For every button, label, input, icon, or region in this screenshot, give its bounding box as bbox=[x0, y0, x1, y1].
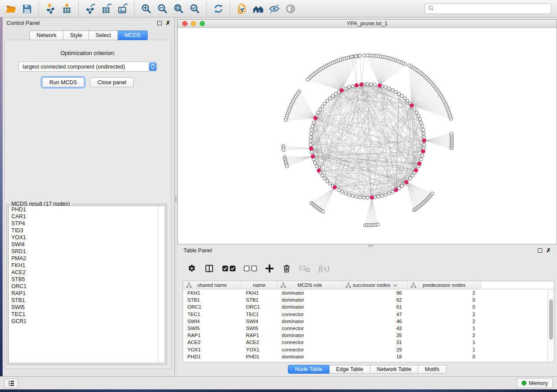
column-header-shared-name[interactable]: shared name bbox=[183, 281, 242, 289]
search-input[interactable] bbox=[436, 6, 548, 12]
table-cell: dominator bbox=[277, 297, 343, 303]
table-panel-title: Table Panel bbox=[183, 248, 212, 254]
run-mcds-button[interactable]: Run MCDS bbox=[42, 77, 84, 87]
mcds-result-list[interactable]: PHD1CAR1STP4TID3YOX1SWI4SRD1PMA2FKH1ACE2… bbox=[8, 206, 165, 363]
table-row[interactable]: ACE2ACE2connector311 bbox=[183, 339, 554, 346]
mcds-result-item[interactable]: SWI5 bbox=[9, 304, 165, 311]
tab-style[interactable]: Style bbox=[63, 31, 89, 40]
zoom-out-icon[interactable] bbox=[154, 2, 170, 16]
table-row[interactable]: SWI4SWI4dominator462 bbox=[183, 318, 554, 325]
home-icon[interactable] bbox=[250, 2, 266, 16]
table-scrollbar[interactable] bbox=[547, 290, 554, 361]
table-cell: connector bbox=[277, 340, 343, 345]
column-header-successor-nodes[interactable]: successor nodes bbox=[343, 281, 408, 289]
table-row[interactable]: TEC1TEC1connector472 bbox=[183, 311, 554, 318]
optimization-criterion-select[interactable]: largest connected component (undirected) bbox=[18, 62, 157, 72]
memory-button[interactable]: Memory bbox=[517, 378, 553, 388]
add-icon[interactable] bbox=[265, 264, 274, 273]
list-icon bbox=[7, 379, 16, 387]
column-header-MCDS-role[interactable]: MCDS role bbox=[277, 281, 343, 289]
export-image-icon[interactable] bbox=[114, 2, 131, 16]
table-cell: ORC1 bbox=[242, 304, 277, 309]
mcds-result-item[interactable]: RAP1 bbox=[9, 290, 165, 297]
close-panel-icon[interactable]: ✗ bbox=[166, 21, 170, 25]
mcds-list-scrollbar[interactable] bbox=[158, 206, 165, 363]
network-canvas[interactable] bbox=[178, 28, 557, 244]
toolbar-separator bbox=[38, 2, 39, 15]
select-all-icon[interactable] bbox=[222, 264, 236, 273]
mcds-result-item[interactable]: STB5 bbox=[9, 276, 165, 283]
close-panel-button[interactable]: Close panel bbox=[90, 77, 134, 87]
task-history-button[interactable] bbox=[4, 378, 18, 388]
tab-edge-table[interactable]: Edge Table bbox=[329, 365, 370, 374]
network-window-titlebar[interactable]: YPA_prune.txt_1 bbox=[178, 20, 557, 28]
trash-icon[interactable] bbox=[282, 264, 291, 273]
zoom-in-icon[interactable] bbox=[138, 2, 154, 16]
mcds-result-item[interactable]: SWI4 bbox=[9, 241, 165, 248]
import-table-icon[interactable] bbox=[59, 2, 75, 16]
close-table-panel-icon[interactable]: ✗ bbox=[546, 248, 551, 253]
zoom-fit-icon[interactable] bbox=[170, 2, 187, 16]
table-cell: 35 bbox=[343, 333, 408, 338]
table-row[interactable]: STB1STB1dominator620 bbox=[183, 296, 554, 303]
column-header-predecessor-nodes[interactable]: predecessor nodes bbox=[408, 281, 481, 289]
table-panel: Table Panel ✗ f(x) shared namenameMCDS r… bbox=[177, 244, 557, 376]
mcds-result-item[interactable]: YOX1 bbox=[9, 234, 165, 241]
mcds-result-item[interactable]: STB1 bbox=[9, 297, 165, 304]
tab-select[interactable]: Select bbox=[89, 31, 118, 40]
tab-motifs[interactable]: Motifs bbox=[418, 365, 446, 374]
save-icon[interactable] bbox=[19, 2, 35, 16]
column-header-name[interactable]: name bbox=[242, 281, 277, 289]
hide-eye-icon[interactable] bbox=[266, 2, 282, 16]
table-cell: STB1 bbox=[242, 297, 277, 303]
refresh-icon[interactable] bbox=[210, 2, 226, 16]
mcds-result-item[interactable]: ACE2 bbox=[9, 269, 165, 276]
tab-network-table[interactable]: Network Table bbox=[370, 365, 419, 374]
memory-status-icon bbox=[522, 381, 526, 385]
mcds-result-item[interactable]: FKH1 bbox=[9, 262, 165, 269]
main-toolbar bbox=[0, 0, 557, 17]
contrast-eye-icon[interactable] bbox=[282, 2, 298, 16]
mcds-result-item[interactable]: PMA2 bbox=[9, 255, 165, 262]
toolbar-separator bbox=[134, 2, 135, 15]
mcds-result-item[interactable]: TID3 bbox=[9, 227, 165, 234]
zoom-selected-icon[interactable] bbox=[187, 2, 203, 16]
mcds-result-item[interactable]: PHD1 bbox=[9, 206, 165, 213]
table-row[interactable]: ORC1ORC1dominator610 bbox=[183, 303, 554, 310]
tab-node-table[interactable]: Node Table bbox=[288, 365, 329, 374]
share-document-icon[interactable] bbox=[234, 2, 250, 16]
deselect-all-icon[interactable] bbox=[243, 264, 257, 273]
table-cell: 29 bbox=[343, 347, 408, 352]
gear-icon[interactable] bbox=[187, 264, 197, 273]
mcds-result-item[interactable]: STP4 bbox=[9, 220, 165, 227]
mcds-result-item[interactable]: TEC1 bbox=[9, 311, 165, 318]
table-row[interactable]: SWI5SWI5connector431 bbox=[183, 325, 554, 332]
table-scrollbar-thumb[interactable] bbox=[549, 299, 553, 340]
tab-mcds[interactable]: MCDS bbox=[118, 31, 148, 40]
export-table-icon[interactable] bbox=[98, 2, 114, 16]
table-row[interactable]: FKH1FKH1dominator962 bbox=[183, 289, 554, 296]
node-table: shared namenameMCDS rolesuccessor nodesp… bbox=[183, 281, 554, 362]
table-panel-drag-handle[interactable] bbox=[367, 245, 374, 247]
divider-handle[interactable] bbox=[175, 196, 176, 203]
export-network-icon[interactable] bbox=[82, 2, 98, 16]
table-row[interactable]: YOX1YOX1connector291 bbox=[183, 346, 554, 353]
import-network-icon[interactable] bbox=[42, 2, 59, 16]
mcds-result-item[interactable]: CAR1 bbox=[9, 213, 165, 220]
table-cell: STB1 bbox=[183, 297, 242, 303]
mcds-result-item[interactable]: SRD1 bbox=[9, 248, 165, 255]
tab-network[interactable]: Network bbox=[29, 31, 63, 40]
table-cell: SWI5 bbox=[183, 326, 242, 331]
table-row[interactable]: PHD1PHD1dominator180 bbox=[183, 353, 554, 360]
column-label: successor nodes bbox=[353, 282, 390, 288]
table-row[interactable]: RAP1RAP1dominator352 bbox=[183, 332, 554, 339]
open-folder-icon[interactable] bbox=[3, 2, 19, 16]
mcds-result-item[interactable]: GCR1 bbox=[9, 318, 165, 325]
optimization-criterion-value: largest connected component (undirected) bbox=[19, 64, 125, 70]
float-table-panel-icon[interactable] bbox=[538, 248, 542, 253]
float-panel-icon[interactable] bbox=[157, 21, 162, 25]
search-field[interactable] bbox=[425, 3, 551, 14]
split-pane-icon[interactable] bbox=[204, 264, 214, 273]
mcds-result-item[interactable]: ORC1 bbox=[9, 283, 165, 290]
network-window: YPA_prune.txt_1 bbox=[177, 19, 557, 244]
